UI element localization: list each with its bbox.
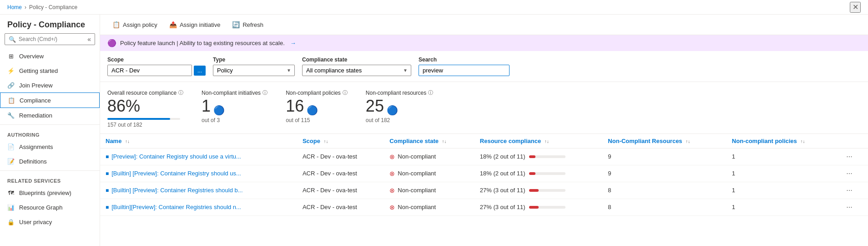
cell-compliance-state-2: ⊗ Non-compliant <box>384 182 474 199</box>
filters-row: Scope ... Type Policy ▼ Compliance state <box>100 51 868 82</box>
assign-policy-button[interactable]: 📋 Assign policy <box>107 18 162 31</box>
row-more-button-0[interactable]: ··· <box>843 152 855 162</box>
top-bar: Home › Policy - Compliance ✕ <box>0 0 868 15</box>
sidebar-item-assignments[interactable]: 📄 Assignments <box>0 139 100 154</box>
cell-resource-compliance-1: 18% (2 out of 11) <box>474 165 603 182</box>
sidebar-item-join-preview[interactable]: 🔗 Join Preview <box>0 78 100 92</box>
overall-compliance-sub: 157 out of 182 <box>107 122 183 128</box>
policies-stat-icon: 🔵 <box>307 105 318 115</box>
policy-name-link-3[interactable]: ■ [Builtin][Preview]: Container Registri… <box>106 204 292 210</box>
row-more-button-1[interactable]: ··· <box>843 169 855 179</box>
cell-non-compliant-resources-2: 8 <box>602 182 726 199</box>
remediation-icon: 🔧 <box>7 112 15 119</box>
sidebar-title: Policy - Compliance <box>7 20 85 30</box>
col-name[interactable]: Name ↑↓ <box>100 134 297 149</box>
breadcrumb: Home › Policy - Compliance <box>7 4 77 10</box>
scope-input[interactable] <box>107 65 192 76</box>
compliance-error-icon-2: ⊗ <box>389 187 395 194</box>
cell-compliance-state-3: ⊗ Non-compliant <box>384 199 474 215</box>
sidebar-item-definitions[interactable]: 📝 Definitions <box>0 154 100 169</box>
table-row: ■ [Builtin] [Preview]: Container Registr… <box>100 182 868 199</box>
col-resource-compliance[interactable]: Resource compliance ↑↓ <box>474 134 603 149</box>
policy-name-link-1[interactable]: ■ [Builtin] [Preview]: Container Registr… <box>106 170 292 177</box>
sidebar-item-resource-graph[interactable]: 📊 Resource Graph <box>0 200 100 215</box>
banner-text: Policy feature launch | Ability to tag e… <box>120 40 285 46</box>
row-more-button-2[interactable]: ··· <box>843 185 855 195</box>
policy-name-link-2[interactable]: ■ [Builtin] [Preview]: Container Registr… <box>106 187 292 194</box>
scope-browse-button[interactable]: ... <box>194 66 206 76</box>
search-label: Search <box>419 56 510 63</box>
sidebar-item-label-resource-graph: Resource Graph <box>19 204 62 211</box>
search-field[interactable] <box>419 65 510 76</box>
sidebar-search-box[interactable]: 🔍 « <box>5 33 95 45</box>
collapse-icon[interactable]: « <box>87 36 91 43</box>
mini-bar-3 <box>529 206 565 209</box>
non-compliant-policies-sort-icon: ↑↓ <box>800 139 805 144</box>
col-scope[interactable]: Scope ↑↓ <box>297 134 384 149</box>
sidebar-item-label-assignments: Assignments <box>19 144 53 150</box>
mini-bar-1 <box>529 172 565 175</box>
initiatives-info-icon[interactable]: ⓘ <box>262 89 267 96</box>
policies-info-icon[interactable]: ⓘ <box>343 89 348 96</box>
breadcrumb-current: Policy - Compliance <box>29 4 77 10</box>
non-compliant-resources-value: 25 🔵 <box>366 97 433 115</box>
row-more-button-3[interactable]: ··· <box>843 202 855 212</box>
cell-actions-3: ··· <box>838 199 868 215</box>
cell-compliance-state-1: ⊗ Non-compliant <box>384 165 474 182</box>
compliance-badge-3: ⊗ Non-compliant <box>389 204 469 211</box>
sidebar-item-label-compliance: Compliance <box>20 97 51 104</box>
non-compliant-resources-stat: Non-compliant resources ⓘ 25 🔵 out of 18… <box>366 89 433 128</box>
sidebar-item-getting-started[interactable]: ⚡ Getting started <box>0 63 100 78</box>
cell-actions-1: ··· <box>838 165 868 182</box>
name-sort-icon: ↑↓ <box>125 139 130 144</box>
table-row: ■ [Builtin] [Preview]: Container Registr… <box>100 165 868 182</box>
compliance-state-sort-icon: ↑↓ <box>442 139 447 144</box>
type-label: Type <box>213 56 295 63</box>
sidebar-item-label-definitions: Definitions <box>19 158 47 165</box>
banner-link[interactable]: → <box>290 40 296 46</box>
overall-progress-bar <box>107 118 180 120</box>
compliance-state-label: Compliance state <box>302 56 411 63</box>
compliance-error-icon-0: ⊗ <box>389 153 395 160</box>
assign-initiative-button[interactable]: 📤 Assign initiative <box>164 18 226 31</box>
sidebar-item-compliance[interactable]: 📋 Compliance <box>0 92 100 108</box>
breadcrumb-home[interactable]: Home <box>7 4 22 10</box>
non-compliant-resources-sort-icon: ↑↓ <box>686 139 690 144</box>
sidebar-item-overview[interactable]: ⊞ Overview <box>0 49 100 63</box>
mini-bar-fill-0 <box>529 155 535 158</box>
cell-scope-2: ACR - Dev - ova-test <box>297 182 384 199</box>
cell-non-compliant-resources-1: 9 <box>602 165 726 182</box>
assign-policy-label: Assign policy <box>123 21 157 28</box>
type-filter: Type Policy ▼ <box>213 56 295 76</box>
assign-policy-icon: 📋 <box>112 21 120 28</box>
refresh-button[interactable]: 🔄 Refresh <box>227 18 268 31</box>
sidebar-divider-1 <box>0 124 100 125</box>
resource-graph-icon: 📊 <box>7 204 15 211</box>
overall-compliance-value: 86% <box>107 97 183 115</box>
resources-info-icon[interactable]: ⓘ <box>428 89 433 96</box>
assign-initiative-label: Assign initiative <box>180 21 221 28</box>
compliance-state-select[interactable]: All compliance states <box>302 65 411 76</box>
cell-actions-2: ··· <box>838 182 868 199</box>
compliance-error-icon-1: ⊗ <box>389 170 395 177</box>
sidebar: Policy - Compliance 🔍 « ⊞ Overview ⚡ Get… <box>0 15 100 246</box>
type-select[interactable]: Policy <box>213 65 295 76</box>
mini-bar-fill-1 <box>529 172 535 175</box>
search-input[interactable] <box>19 36 85 42</box>
non-compliant-policies-value: 16 🔵 <box>286 97 348 115</box>
close-button[interactable]: ✕ <box>850 2 861 13</box>
col-non-compliant-policies[interactable]: Non-compliant policies ↑↓ <box>727 134 838 149</box>
type-select-wrap: Policy ▼ <box>213 65 295 76</box>
non-compliant-policies-stat: Non-compliant policies ⓘ 16 🔵 out of 115 <box>286 89 348 128</box>
policy-name-link-0[interactable]: ■ [Preview]: Container Registry should u… <box>106 153 292 160</box>
col-compliance-state[interactable]: Compliance state ↑↓ <box>384 134 474 149</box>
related-section-label: Related Services <box>0 173 100 185</box>
cell-non-compliant-policies-0: 1 <box>727 148 838 165</box>
compliance-badge-0: ⊗ Non-compliant <box>389 153 469 160</box>
sidebar-item-remediation[interactable]: 🔧 Remediation <box>0 108 100 123</box>
overall-info-icon[interactable]: ⓘ <box>178 89 183 96</box>
col-non-compliant-resources[interactable]: Non-Compliant Resources ↑↓ <box>602 134 726 149</box>
sidebar-item-blueprints[interactable]: 🗺 Blueprints (preview) <box>0 185 100 200</box>
sidebar-header: Policy - Compliance <box>0 15 100 33</box>
sidebar-item-user-privacy[interactable]: 🔒 User privacy <box>0 215 100 229</box>
